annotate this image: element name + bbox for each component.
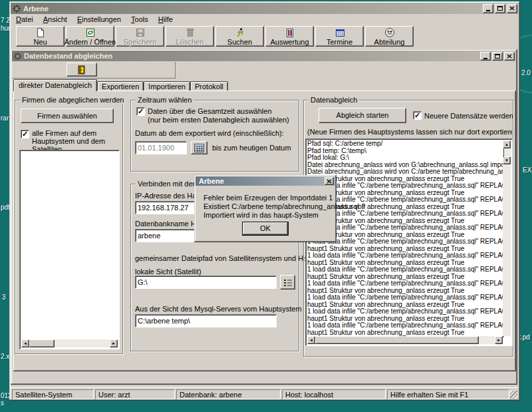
browse-button[interactable]: [280, 275, 295, 290]
toolbar-button-loeschen[interactable]: Löschen: [166, 26, 214, 47]
delete-icon: [185, 27, 196, 38]
log-horizontal-scrollbar[interactable]: ◄ ►: [307, 336, 503, 344]
datum-label: Datum ab dem exportiert wird (einschließ…: [135, 129, 284, 137]
scroll-right-arrow-icon[interactable]: ►: [495, 336, 503, 344]
mysql-path-label: Aus der Sicht des Mysql-Servers vom Haup…: [135, 305, 302, 313]
firmen-group: Firmen die abgeglichen werden Firmen aus…: [15, 100, 123, 354]
check-mark: ✓: [22, 130, 28, 137]
status-user: User: arzt: [95, 389, 175, 399]
log-line: 1 load data infile "C:/arbene temp/abrec…: [307, 182, 504, 190]
maximize-icon: [497, 6, 503, 11]
close-icon: [507, 54, 512, 59]
minimize-icon: [483, 58, 487, 59]
desktop-icon-label-fragment: pdf: [1, 204, 10, 211]
group-title: Zeitraum wählen: [136, 96, 194, 104]
scroll-left-arrow-icon[interactable]: ◄: [307, 336, 315, 344]
toolbar-button-termine[interactable]: Termine: [315, 26, 364, 47]
desktop-icon-label-fragment: rar: [1, 114, 9, 122]
scroll-right-arrow-icon[interactable]: ►: [110, 339, 118, 347]
status-help-hint: Hilfe erhalten Sie mit F1: [387, 389, 509, 399]
desktop-icon-label-fragment: 2.x: [1, 353, 9, 360]
firmen-listbox[interactable]: ◄ ►: [19, 150, 120, 349]
toolbar-label: Termine: [327, 38, 352, 46]
log-lines: Pfad sql: C:/arbene temp/Pfad temp: C:\t…: [307, 140, 504, 337]
toolbar-button-speichern[interactable]: Speichern: [116, 26, 164, 47]
firmen-auswaehlen-button[interactable]: Firmen auswählen: [21, 108, 114, 123]
zeitraum-group: Zeitraum wählen ✓ Daten über die Gesamtz…: [130, 100, 299, 172]
gesamtzeit-checkbox[interactable]: ✓: [136, 107, 145, 116]
datum-suffix-label: bis zum heutigen Datum: [212, 144, 291, 152]
menu-einstellungen[interactable]: Einstellungen: [73, 15, 125, 24]
main-titlebar[interactable]: Arbene: [11, 3, 519, 14]
log-line: Pfad lokal: G:\: [307, 154, 504, 162]
child-gear-icon: [14, 53, 21, 60]
neuere-datensaetze-checkbox[interactable]: ✓: [413, 111, 422, 120]
toolbar-button-abteilung[interactable]: Abteilung: [365, 26, 414, 47]
tab-exportieren[interactable]: Exportieren: [97, 81, 144, 91]
ok-button[interactable]: OK: [242, 222, 289, 236]
toolbar-label: Neu: [33, 38, 47, 46]
tab-direkter-datenabgleich[interactable]: direkter Datenabgleich: [13, 79, 97, 91]
dialog-title: Arbene: [199, 177, 224, 185]
scroll-down-arrow-icon[interactable]: ▼: [503, 156, 511, 164]
datum-input[interactable]: [135, 141, 187, 154]
log-line: 1 load data infile "C:/arbene temp/abrec…: [307, 224, 504, 232]
toolbar-button-auswertung[interactable]: Auswertung: [265, 26, 314, 47]
child-close-button[interactable]: [504, 52, 515, 61]
status-system-mode: Satelliten-System: [12, 389, 94, 399]
search-icon: [235, 27, 245, 38]
tab-protokoll[interactable]: Protokoll: [190, 81, 228, 91]
resize-grip[interactable]: [510, 391, 518, 399]
toolbar-label: Auswertung: [270, 38, 309, 46]
new-document-icon: [35, 27, 46, 38]
toolbar-button-suchen[interactable]: Suchen: [215, 26, 264, 47]
child-maximize-button[interactable]: [492, 52, 503, 61]
gesamtzeit-label: Daten über die Gesamtzeit auswählen: [148, 107, 272, 115]
menu-datei[interactable]: Datei: [12, 15, 37, 24]
menu-tools[interactable]: Tools: [127, 15, 152, 24]
minimize-button[interactable]: [483, 4, 493, 13]
log-line: Datei abrechnung_anlass wird von C:/arbe…: [307, 168, 504, 176]
desktop: 7 20 hun rar pdf 3 2.x 012 s 2.0 EX lt.p…: [0, 0, 532, 412]
group-title: Datenabgleich: [309, 96, 359, 104]
main-menubar: Datei Ansicht Einstellungen Tools Hilfe: [12, 15, 177, 25]
status-database: Datenbank: arbene: [176, 389, 281, 399]
child-minimize-button[interactable]: [480, 52, 491, 61]
menu-ansicht[interactable]: Ansicht: [39, 15, 71, 24]
firmen-horizontal-scrollbar[interactable]: ◄ ►: [21, 339, 118, 347]
check-mark: ✓: [414, 112, 420, 118]
child-window-title: Datenbestand abgleichen: [24, 52, 112, 60]
close-button[interactable]: [507, 4, 517, 13]
abgleich-starten-button[interactable]: Abgleich starten: [319, 108, 406, 123]
main-toolbar: Neu Ändern / Öffnen Speichern Löschen Su…: [11, 25, 519, 47]
alle-firmen-checkbox[interactable]: ✓: [21, 130, 29, 138]
department-icon: [384, 27, 395, 38]
sync-log[interactable]: Pfad sql: C:/arbene temp/Pfad temp: C:\t…: [305, 138, 513, 346]
maximize-button[interactable]: [495, 4, 505, 13]
exit-button[interactable]: [66, 63, 97, 77]
app-gear-icon: [13, 5, 21, 13]
scroll-thumb[interactable]: [503, 148, 504, 157]
menu-hilfe[interactable]: Hilfe: [154, 15, 177, 24]
scroll-thumb[interactable]: [315, 336, 479, 344]
scroll-left-arrow-icon[interactable]: ◄: [21, 339, 29, 347]
child-toolbar: [12, 62, 176, 79]
status-host: Host: localhost: [282, 389, 386, 399]
calendar-small-icon: [194, 144, 204, 152]
log-vertical-scrollbar[interactable]: ▲ ▼: [503, 140, 511, 336]
scroll-thumb[interactable]: [29, 339, 55, 347]
toolbar-button-aendern-oeffnen[interactable]: Ändern / Öffnen: [66, 26, 114, 47]
tab-importieren[interactable]: Importieren: [144, 81, 190, 91]
mysql-path-input[interactable]: [135, 314, 277, 327]
toolbar-button-neu[interactable]: Neu: [16, 26, 65, 47]
dialog-close-button[interactable]: [325, 177, 334, 185]
local-path-input[interactable]: [135, 276, 277, 289]
main-window-title: Arbene: [23, 5, 49, 13]
child-titlebar[interactable]: Datenbestand abgleichen: [12, 51, 516, 61]
calendar-icon: [334, 27, 345, 38]
calendar-picker-button[interactable]: [191, 141, 207, 154]
dialog-titlebar[interactable]: Arbene: [196, 176, 335, 186]
tab-bar: direkter Datenabgleich Exportieren Impor…: [13, 79, 228, 91]
minimize-icon: [486, 10, 490, 11]
desktop-icon-label-fragment: s: [1, 399, 4, 407]
